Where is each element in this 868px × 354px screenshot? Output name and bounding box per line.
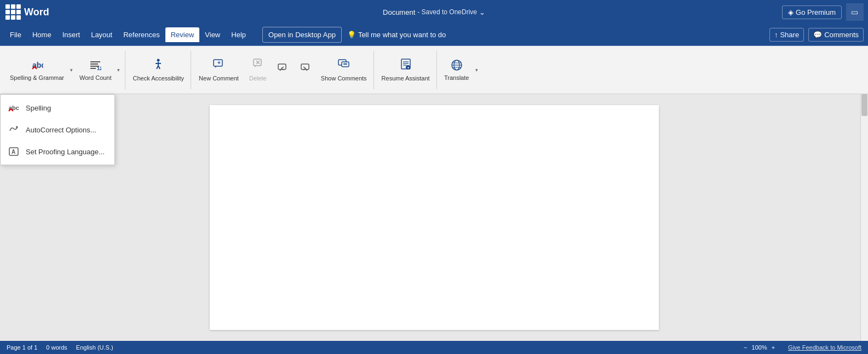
show-comments-label: Show Comments xyxy=(321,75,367,82)
document-page[interactable] xyxy=(210,105,659,330)
spelling-icon: abc xyxy=(31,59,43,72)
menu-view[interactable]: View xyxy=(199,27,226,42)
new-comment-label: New Comment xyxy=(199,75,239,82)
diamond-icon: ◈ xyxy=(788,8,794,16)
zoom-plus[interactable]: + xyxy=(772,344,775,351)
svg-rect-4 xyxy=(90,68,96,69)
ribbon-group-resume: ✦ Resume Assistant xyxy=(375,51,437,89)
check-accessibility-label: Check Accessibility xyxy=(133,75,185,82)
open-desktop-button[interactable]: Open in Desktop App xyxy=(262,27,342,43)
menu-layout[interactable]: Layout xyxy=(85,27,118,42)
show-comments-button[interactable]: Show Comments xyxy=(317,53,371,88)
maximize-button[interactable]: ▭ xyxy=(846,3,864,21)
translate-button[interactable]: Translate xyxy=(440,53,473,88)
svg-rect-1 xyxy=(90,61,100,62)
delete-button[interactable]: Delete xyxy=(244,53,272,88)
spelling-grammar-split: abc Spelling & Grammar ▾ xyxy=(7,53,75,88)
ribbon-group-language: Translate ▾ xyxy=(438,51,483,89)
ribbon-group-accessibility: Check Accessibility xyxy=(127,51,192,89)
app-name: Word xyxy=(24,7,49,18)
resume-assistant-button[interactable]: ✦ Resume Assistant xyxy=(377,53,434,88)
word-count-label: Word Count xyxy=(79,74,112,81)
scrollbar-thumb[interactable] xyxy=(861,94,867,116)
dropdown-set-proofing-item[interactable]: A Set Proofing Language... xyxy=(1,141,114,163)
ribbon: abc Spelling & Grammar ▾ 123 xyxy=(0,46,868,94)
tell-me-input[interactable]: 💡 Tell me what you want to do xyxy=(342,27,451,42)
svg-text:abc: abc xyxy=(32,61,43,69)
resume-assistant-label: Resume Assistant xyxy=(382,75,430,82)
svg-text:✦: ✦ xyxy=(407,66,410,69)
spelling-label: Spelling & Grammar xyxy=(10,74,64,81)
svg-text:123: 123 xyxy=(97,66,101,71)
set-proofing-icon: A xyxy=(7,145,20,158)
next-comment-button[interactable] xyxy=(295,53,315,88)
doc-saved-status: - Saved to OneDrive xyxy=(417,8,477,16)
doc-title-text: Document xyxy=(383,8,415,16)
go-premium-button[interactable]: ◈ Go Premium xyxy=(782,5,842,19)
status-left: Page 1 of 1 0 words English (U.S.) xyxy=(7,344,113,351)
language-status: English (U.S.) xyxy=(76,344,113,351)
word-count-button[interactable]: 123 Word Count xyxy=(76,53,115,88)
resume-assistant-icon: ✦ xyxy=(400,58,412,73)
svg-point-6 xyxy=(157,59,160,62)
word-count-split: 123 Word Count ▾ xyxy=(76,53,123,88)
dropdown-spelling-item[interactable]: abc Spelling xyxy=(1,97,114,119)
comment-icon: 💬 xyxy=(813,31,822,39)
titlebar-right-actions: ◈ Go Premium ▭ xyxy=(782,3,864,21)
dropdown-set-proofing-label: Set Proofing Language... xyxy=(26,148,105,156)
comments-button[interactable]: 💬 Comments xyxy=(808,28,864,42)
waffle-menu-icon[interactable] xyxy=(4,3,22,21)
vertical-scrollbar[interactable] xyxy=(860,94,868,341)
word-count-dropdown-arrow[interactable]: ▾ xyxy=(115,53,123,88)
ribbon-group-proofing: abc Spelling & Grammar ▾ 123 xyxy=(4,51,125,89)
dropdown-autocorrect-item[interactable]: AutoCorrect Options... xyxy=(1,119,114,141)
svg-line-10 xyxy=(158,66,160,69)
zoom-level: 100% xyxy=(752,344,767,351)
document-title: Document - Saved to OneDrive ⌄ xyxy=(383,8,485,16)
new-comment-button[interactable]: + New Comment xyxy=(194,53,243,88)
menu-help[interactable]: Help xyxy=(226,27,251,42)
menubar-right: ↑ Share 💬 Comments xyxy=(769,28,864,42)
spelling-dropdown-menu: abc Spelling AutoCorrect Options... A Se… xyxy=(0,94,115,165)
show-comments-icon xyxy=(338,58,350,73)
delete-label: Delete xyxy=(249,75,267,82)
spelling-dropdown-arrow[interactable]: ▾ xyxy=(67,53,75,88)
autocorrect-icon xyxy=(7,123,20,136)
ribbon-group-comments: + New Comment Delete xyxy=(192,51,374,89)
check-accessibility-button[interactable]: Check Accessibility xyxy=(129,53,189,88)
svg-rect-2 xyxy=(90,63,98,65)
menu-references[interactable]: References xyxy=(118,27,165,42)
translate-icon xyxy=(451,59,463,72)
share-icon: ↑ xyxy=(774,31,778,39)
word-count-status: 0 words xyxy=(46,344,67,351)
menu-home[interactable]: Home xyxy=(27,27,57,42)
new-comment-icon: + xyxy=(212,58,225,73)
share-button[interactable]: ↑ Share xyxy=(769,28,804,42)
translate-label: Translate xyxy=(444,74,469,81)
dropdown-autocorrect-label: AutoCorrect Options... xyxy=(26,126,96,134)
menu-file[interactable]: File xyxy=(4,27,27,42)
translate-dropdown-arrow[interactable]: ▾ xyxy=(473,53,481,88)
zoom-minus[interactable]: − xyxy=(744,344,747,351)
translate-split: Translate ▾ xyxy=(440,53,481,88)
next-comment-icon xyxy=(299,62,311,77)
menu-bar: File Home Insert Layout References Revie… xyxy=(0,24,868,46)
feedback-link[interactable]: Give Feedback to Microsoft xyxy=(788,344,861,351)
accessibility-icon xyxy=(152,58,164,73)
spelling-check-icon: abc xyxy=(7,101,20,114)
document-area xyxy=(0,94,868,341)
title-bar: Word Document - Saved to OneDrive ⌄ ◈ Go… xyxy=(0,0,868,24)
prev-comment-icon xyxy=(277,62,289,77)
status-right: − 100% + Give Feedback to Microsoft xyxy=(744,344,861,351)
dropdown-spelling-label: Spelling xyxy=(26,104,51,112)
spelling-grammar-button[interactable]: abc Spelling & Grammar xyxy=(7,53,67,88)
page-count: Page 1 of 1 xyxy=(7,344,37,351)
delete-icon xyxy=(252,58,264,73)
menu-review[interactable]: Review xyxy=(165,27,200,42)
doc-title-chevron[interactable]: ⌄ xyxy=(479,8,485,16)
menu-insert[interactable]: Insert xyxy=(57,27,86,42)
status-bar: Page 1 of 1 0 words English (U.S.) − 100… xyxy=(0,341,868,354)
lightbulb-icon: 💡 xyxy=(347,31,356,39)
previous-comment-button[interactable] xyxy=(273,53,294,88)
svg-text:A: A xyxy=(12,149,15,155)
